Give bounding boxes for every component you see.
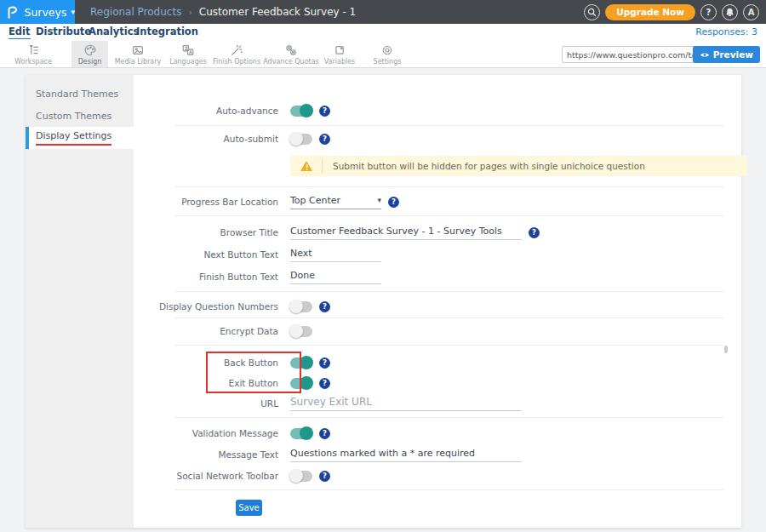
browser-title-label: Browser Title bbox=[134, 227, 278, 237]
back-button-row: Back Button ? bbox=[134, 353, 330, 372]
exit-button-toggle[interactable] bbox=[290, 378, 312, 389]
upgrade-now-label: Upgrade Now bbox=[616, 7, 684, 17]
survey-url-field[interactable]: https://www.questionpro.com/t/APNrFZ ✎ bbox=[562, 46, 713, 63]
warning-icon-wrap: ! bbox=[290, 159, 323, 173]
tab-finish-options-label: Finish Options bbox=[213, 58, 260, 66]
tab-media-library[interactable]: Media Library bbox=[112, 41, 163, 67]
top-bar-actions: Upgrade Now ? A bbox=[584, 0, 759, 24]
exit-url-input[interactable] bbox=[290, 396, 522, 411]
scrollbar-thumb[interactable] bbox=[724, 346, 728, 353]
tab-design-label: Design bbox=[78, 58, 102, 66]
auto-submit-help-icon[interactable]: ? bbox=[319, 134, 330, 145]
tab-settings[interactable]: Settings bbox=[368, 41, 407, 67]
design-toolbar: Workspace Design Media Library ZA Langua… bbox=[0, 41, 766, 68]
bell-icon bbox=[725, 8, 735, 17]
auto-advance-row: Auto-advance ? bbox=[134, 100, 330, 121]
sidebar-item-standard-themes[interactable]: Standard Themes bbox=[26, 83, 134, 105]
auto-submit-toggle[interactable] bbox=[290, 134, 312, 145]
browser-title-help-icon[interactable]: ? bbox=[529, 227, 540, 238]
auto-advance-help-icon[interactable]: ? bbox=[319, 106, 330, 117]
browser-title-input[interactable] bbox=[290, 226, 522, 240]
tab-finish-options[interactable]: Finish Options bbox=[213, 41, 260, 67]
warning-triangle-icon: ! bbox=[300, 160, 313, 172]
selected-option: Top Center bbox=[290, 195, 340, 206]
tag-icon bbox=[333, 43, 346, 57]
tab-workspace-label: Workspace bbox=[14, 58, 52, 66]
nav-distribute[interactable]: Distribute bbox=[36, 26, 91, 37]
social-network-toolbar-row: Social Network Toolbar ? bbox=[134, 466, 330, 486]
account-button[interactable]: A bbox=[743, 4, 759, 20]
validation-message-toggle[interactable] bbox=[290, 428, 312, 439]
encrypt-data-label: Encrypt Data bbox=[134, 326, 278, 336]
progress-bar-help-icon[interactable]: ? bbox=[388, 197, 399, 208]
chevron-down-icon[interactable]: ▾ bbox=[71, 8, 75, 16]
search-button[interactable] bbox=[584, 4, 600, 20]
exit-url-row: URL bbox=[134, 393, 522, 414]
validation-message-help-icon[interactable]: ? bbox=[319, 428, 330, 439]
search-icon bbox=[587, 8, 597, 17]
chain-links-icon bbox=[284, 43, 298, 57]
design-settings-card: Standard Themes Custom Themes Display Se… bbox=[26, 75, 741, 528]
top-bar: Surveys ▾ Regional Products › Customer F… bbox=[0, 0, 766, 24]
gear-icon bbox=[380, 43, 394, 57]
finish-button-text-input[interactable] bbox=[290, 270, 381, 284]
progress-bar-location-label: Progress Bar Location bbox=[134, 197, 278, 207]
tab-variables[interactable]: Variables bbox=[320, 41, 359, 67]
tab-advance-quotas[interactable]: Advance Quotas bbox=[266, 41, 317, 67]
message-text-input[interactable] bbox=[290, 448, 522, 462]
exit-button-help-icon[interactable]: ? bbox=[319, 378, 330, 389]
translate-icon: ZA bbox=[181, 43, 195, 57]
toggle-knob bbox=[300, 376, 313, 390]
auto-submit-label: Auto-submit bbox=[134, 134, 278, 144]
logo-block[interactable]: Surveys ▾ bbox=[0, 0, 75, 24]
sidebar-item-label: Display Settings bbox=[36, 130, 111, 146]
sidebar-item-custom-themes[interactable]: Custom Themes bbox=[26, 105, 134, 127]
encrypt-data-toggle[interactable] bbox=[290, 326, 312, 337]
save-button[interactable]: Save bbox=[236, 500, 262, 516]
browser-title-row: Browser Title ? bbox=[134, 222, 540, 243]
tab-workspace[interactable]: Workspace bbox=[9, 41, 58, 67]
notifications-button[interactable] bbox=[722, 4, 738, 20]
exit-button-row: Exit Button ? bbox=[134, 374, 330, 392]
toggle-knob bbox=[289, 132, 303, 146]
next-button-text-input[interactable] bbox=[290, 248, 381, 262]
nav-analytics[interactable]: Analytics bbox=[89, 26, 139, 37]
progress-bar-location-select[interactable]: Top Center ▾ bbox=[290, 195, 381, 209]
display-question-numbers-label: Display Question Numbers bbox=[134, 301, 278, 312]
social-network-toolbar-toggle[interactable] bbox=[290, 471, 312, 482]
questionpro-logo-icon bbox=[7, 4, 18, 20]
divider bbox=[174, 125, 723, 126]
tab-languages-label: Languages bbox=[169, 58, 207, 66]
nav-edit[interactable]: Edit bbox=[9, 26, 31, 39]
back-button-toggle[interactable] bbox=[290, 358, 312, 369]
breadcrumb: Regional Products › Customer Feedback Su… bbox=[90, 6, 356, 18]
back-button-help-icon[interactable]: ? bbox=[319, 358, 330, 369]
warning-text: Submit button will be hidden for pages w… bbox=[323, 161, 645, 171]
responses-count[interactable]: Responses: 3 bbox=[695, 26, 757, 37]
upgrade-now-button[interactable]: Upgrade Now bbox=[605, 4, 695, 20]
divider bbox=[174, 345, 723, 346]
validation-message-label: Validation Message bbox=[134, 428, 278, 438]
divider bbox=[174, 215, 723, 216]
auto-submit-row: Auto-submit ? bbox=[134, 129, 330, 149]
display-question-numbers-toggle[interactable] bbox=[290, 301, 312, 312]
tab-languages[interactable]: ZA Languages bbox=[167, 41, 209, 67]
warning-banner: ! Submit button will be hidden for pages… bbox=[290, 156, 747, 176]
social-network-toolbar-help-icon[interactable]: ? bbox=[319, 471, 330, 482]
finish-button-text-label: Finish Button Text bbox=[134, 272, 278, 282]
validation-message-row: Validation Message ? bbox=[134, 423, 330, 443]
toggle-knob bbox=[289, 300, 303, 313]
breadcrumb-parent[interactable]: Regional Products bbox=[90, 6, 181, 18]
display-question-numbers-help-icon[interactable]: ? bbox=[319, 301, 330, 312]
sidebar-item-label: Custom Themes bbox=[36, 111, 111, 122]
nav-integration[interactable]: Integration bbox=[136, 26, 198, 37]
preview-button[interactable]: Preview bbox=[693, 46, 760, 63]
auto-advance-toggle[interactable] bbox=[290, 106, 312, 117]
sidebar-item-display-settings[interactable]: Display Settings bbox=[26, 127, 134, 149]
tab-media-library-label: Media Library bbox=[115, 58, 162, 66]
divider bbox=[174, 186, 723, 187]
magic-wand-icon bbox=[230, 43, 243, 57]
help-button[interactable]: ? bbox=[700, 4, 717, 20]
tab-design[interactable]: Design bbox=[71, 41, 108, 67]
toggle-knob bbox=[289, 324, 303, 338]
